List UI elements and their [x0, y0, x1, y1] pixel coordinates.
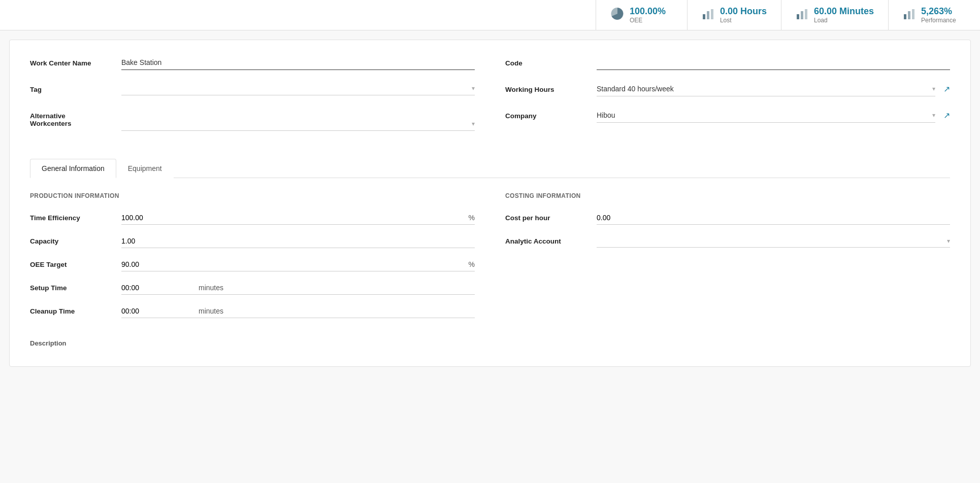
code-row: Code: [505, 55, 950, 75]
stat-lost[interactable]: 0.00 Hours Lost: [688, 0, 781, 30]
oee-value: 100.00%: [630, 6, 666, 17]
svg-rect-6: [805, 9, 807, 19]
working-hours-field: Standard 40 hours/week ▾ ↗: [597, 82, 950, 96]
oee-target-input[interactable]: [121, 260, 465, 268]
capacity-row: Capacity: [30, 232, 475, 250]
svg-rect-1: [703, 14, 705, 19]
section-grid: Production Information Time Efficiency %…: [30, 192, 950, 325]
setup-time-unit: minutes: [199, 284, 223, 292]
cost-per-hour-field: [597, 211, 950, 225]
svg-rect-7: [904, 14, 906, 19]
company-field: Hibou ▾ ↗: [597, 108, 950, 123]
load-icon: [796, 7, 809, 23]
code-field: [597, 55, 950, 70]
cleanup-time-input[interactable]: [121, 307, 192, 315]
working-hours-chevron-icon: ▾: [932, 85, 935, 92]
svg-rect-4: [797, 14, 799, 19]
stat-load[interactable]: 60.00 Minutes Load: [781, 0, 889, 30]
capacity-label: Capacity: [30, 237, 121, 245]
stats-spacer: [0, 0, 596, 30]
main-content: Work Center Name Tag ▾ AlternativeWorkce…: [9, 40, 971, 367]
performance-icon: [903, 7, 916, 23]
cost-per-hour-row: Cost per hour: [505, 209, 950, 227]
tag-label: Tag: [30, 82, 121, 93]
svg-rect-5: [801, 11, 803, 19]
working-hours-row: Working Hours Standard 40 hours/week ▾ ↗: [505, 82, 950, 101]
tab-equipment[interactable]: Equipment: [116, 159, 174, 178]
company-select[interactable]: Hibou ▾: [597, 108, 935, 123]
setup-time-input[interactable]: [121, 284, 192, 292]
analytic-account-chevron-icon: ▾: [947, 237, 950, 245]
company-chevron-icon: ▾: [932, 112, 935, 119]
setup-time-field: minutes: [121, 281, 475, 295]
cleanup-time-unit: minutes: [199, 307, 223, 315]
oee-target-row: OEE Target %: [30, 255, 475, 273]
analytic-account-row: Analytic Account ▾: [505, 232, 950, 250]
stats-bar: 100.00% OEE 0.00 Hours Lost 60.00 Minute: [0, 0, 980, 30]
oee-text: 100.00% OEE: [630, 6, 666, 24]
costing-section: Costing Information Cost per hour Analyt…: [505, 192, 950, 325]
work-center-name-input[interactable]: [121, 55, 475, 70]
working-hours-external-link-icon[interactable]: ↗: [943, 84, 950, 94]
alternative-workcenters-field: ▾: [121, 108, 475, 131]
tab-content-general: Production Information Time Efficiency %…: [30, 192, 950, 347]
work-center-name-field: [121, 55, 475, 70]
company-value: Hibou: [597, 111, 932, 119]
stat-performance[interactable]: 5,263% Performance: [889, 0, 980, 30]
setup-time-label: Setup Time: [30, 284, 121, 292]
svg-rect-8: [908, 11, 910, 19]
stat-oee[interactable]: 100.00% OEE: [596, 0, 688, 30]
lost-value: 0.00 Hours: [720, 6, 767, 17]
time-efficiency-input[interactable]: [121, 214, 465, 222]
work-center-name-label: Work Center Name: [30, 55, 121, 67]
svg-rect-3: [711, 9, 713, 19]
description-label: Description: [30, 339, 950, 347]
oee-target-label: OEE Target: [30, 261, 121, 268]
working-hours-select[interactable]: Standard 40 hours/week ▾: [597, 82, 935, 96]
production-section: Production Information Time Efficiency %…: [30, 192, 475, 325]
load-value: 60.00 Minutes: [814, 6, 874, 17]
svg-rect-9: [912, 9, 914, 19]
oee-icon: [610, 7, 625, 24]
performance-value: 5,263%: [921, 6, 956, 17]
company-external-link-icon[interactable]: ↗: [943, 111, 950, 120]
alternative-workcenters-label: AlternativeWorkcenters: [30, 108, 121, 127]
alternative-workcenters-select[interactable]: ▾: [121, 117, 475, 131]
working-hours-label: Working Hours: [505, 82, 597, 93]
load-text: 60.00 Minutes Load: [814, 6, 874, 24]
company-row: Company Hibou ▾ ↗: [505, 108, 950, 127]
cost-per-hour-input[interactable]: [597, 214, 950, 222]
lost-icon: [702, 7, 715, 23]
time-efficiency-row: Time Efficiency %: [30, 209, 475, 227]
code-input[interactable]: [597, 55, 950, 70]
tab-general-information[interactable]: General Information: [30, 159, 116, 178]
form-grid: Work Center Name Tag ▾ AlternativeWorkce…: [30, 55, 950, 144]
cleanup-time-label: Cleanup Time: [30, 307, 121, 315]
description-section: Description: [30, 339, 950, 347]
tag-row: Tag ▾: [30, 82, 475, 101]
load-label: Load: [814, 17, 874, 24]
alternative-workcenters-row: AlternativeWorkcenters ▾: [30, 108, 475, 136]
oee-target-unit: %: [469, 260, 475, 268]
form-left: Work Center Name Tag ▾ AlternativeWorkce…: [30, 55, 475, 144]
svg-rect-2: [707, 11, 709, 19]
oee-label: OEE: [630, 17, 666, 24]
analytic-account-select[interactable]: ▾: [597, 235, 950, 248]
company-label: Company: [505, 108, 597, 120]
work-center-name-row: Work Center Name: [30, 55, 475, 75]
performance-text: 5,263% Performance: [921, 6, 956, 24]
lost-label: Lost: [720, 17, 767, 24]
tag-field: ▾: [121, 82, 475, 95]
capacity-field: [121, 234, 475, 248]
tabs-container: General Information Equipment: [30, 159, 950, 178]
capacity-input[interactable]: [121, 237, 475, 245]
costing-section-header: Costing Information: [505, 192, 950, 199]
time-efficiency-unit: %: [469, 214, 475, 222]
oee-target-field: %: [121, 258, 475, 271]
time-efficiency-field: %: [121, 211, 475, 225]
production-section-header: Production Information: [30, 192, 475, 199]
cleanup-time-field: minutes: [121, 304, 475, 318]
tag-select[interactable]: ▾: [121, 82, 475, 95]
alternative-workcenters-chevron-icon: ▾: [472, 120, 475, 127]
code-label: Code: [505, 55, 597, 67]
